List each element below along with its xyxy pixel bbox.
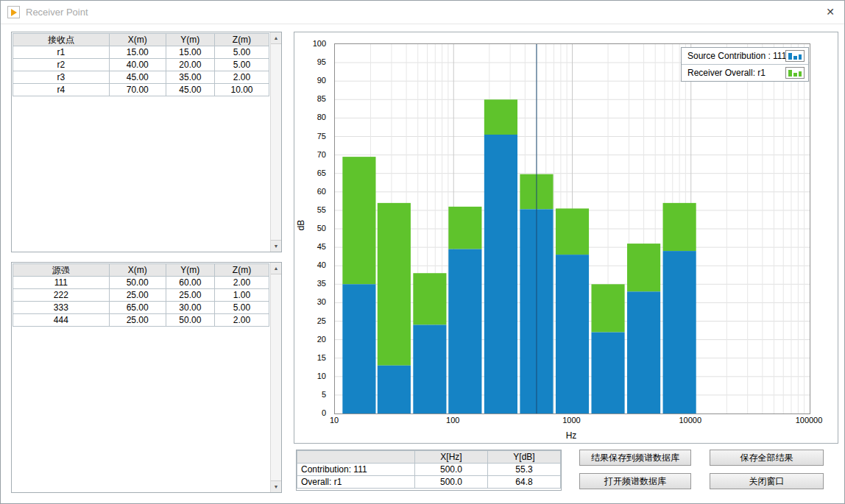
table-cell[interactable]: 2.00 xyxy=(214,314,269,327)
table-cell[interactable]: 25.00 xyxy=(109,289,166,302)
y-tick-label: 75 xyxy=(295,132,326,141)
table-cell[interactable]: 20.00 xyxy=(166,59,214,71)
labview-icon xyxy=(7,6,20,18)
x-tick-label: 100 xyxy=(431,416,475,425)
window-title: Receiver Point xyxy=(26,7,88,18)
y-tick-label: 100 xyxy=(295,39,326,49)
table-cell[interactable]: 40.00 xyxy=(109,59,166,71)
table-cell[interactable]: 222 xyxy=(13,289,110,302)
y-tick-label: 40 xyxy=(295,260,326,270)
scroll-up-icon[interactable]: ▲ xyxy=(271,263,281,274)
table-cell[interactable]: 25.00 xyxy=(109,314,166,327)
table-cell[interactable]: 5.00 xyxy=(214,46,269,59)
table-cell[interactable]: 25.00 xyxy=(166,289,214,302)
table-cell[interactable]: r2 xyxy=(13,59,110,71)
y-tick-label: 85 xyxy=(295,94,326,104)
table-cell[interactable]: 65.00 xyxy=(109,302,166,314)
x-tick-label: 10000 xyxy=(668,416,713,425)
table-cell[interactable]: r3 xyxy=(13,71,110,84)
table-cell[interactable]: 2.00 xyxy=(214,71,269,84)
table-cell[interactable]: 45.00 xyxy=(166,84,214,96)
table-cell[interactable]: 15.00 xyxy=(109,46,166,59)
legend-bar-swatch-icon xyxy=(785,50,805,62)
x-tick-label: 100000 xyxy=(787,416,831,425)
legend-item-contribution[interactable]: Source Contribution : 111 xyxy=(682,48,808,64)
scroll-down-icon[interactable]: ▼ xyxy=(271,240,281,252)
table-cell[interactable]: 64.8 xyxy=(488,476,561,489)
open-spectrum-db-button[interactable]: 打开频谱数据库 xyxy=(579,473,691,489)
table-cell[interactable]: 111 xyxy=(13,277,110,289)
legend-label: Source Contribution : 111 xyxy=(687,51,786,61)
table-row[interactable]: r240.0020.005.00 xyxy=(13,59,269,71)
table-row[interactable]: 44425.0050.002.00 xyxy=(13,314,269,327)
table-cell[interactable]: 30.00 xyxy=(166,302,214,314)
table-cell[interactable]: 50.00 xyxy=(166,314,214,327)
y-tick-label: 25 xyxy=(295,316,326,326)
close-icon[interactable]: ✕ xyxy=(826,6,835,18)
legend-item-overall[interactable]: Receiver Overall: r1 xyxy=(682,64,808,81)
save-all-results-button[interactable]: 保存全部结果 xyxy=(710,450,824,466)
table-cell[interactable]: 15.00 xyxy=(166,46,214,59)
table-cell[interactable]: r4 xyxy=(13,84,110,96)
table-cell[interactable]: 45.00 xyxy=(109,71,166,84)
x-axis-label: Hz xyxy=(556,430,586,441)
data-grid: 源强X(m)Y(m)Z(m)11150.0060.002.0022225.002… xyxy=(13,263,269,327)
table-cell[interactable]: Contribution: 111 xyxy=(297,464,415,476)
y-tick-label: 10 xyxy=(295,372,326,381)
table-cell[interactable]: 10.00 xyxy=(214,84,269,96)
y-tick-label: 30 xyxy=(295,297,326,307)
y-tick-label: 20 xyxy=(295,335,326,344)
scroll-up-icon[interactable]: ▲ xyxy=(271,32,281,44)
table-row[interactable]: Contribution: 111500.055.3 xyxy=(297,464,561,476)
readout-grid: X[Hz]Y[dB]Contribution: 111500.055.3Over… xyxy=(297,450,561,489)
x-tick-label: 10 xyxy=(312,416,356,425)
table-cell[interactable]: 70.00 xyxy=(109,84,166,96)
table-row[interactable]: 22225.0025.001.00 xyxy=(13,289,269,302)
y-tick-label: 15 xyxy=(295,353,326,363)
column-header: Y[dB] xyxy=(488,451,561,464)
y-tick-label: 90 xyxy=(295,76,326,85)
legend-label: Receiver Overall: r1 xyxy=(687,68,766,78)
table-cell[interactable]: 60.00 xyxy=(166,277,214,289)
receiver-table-scrollbar[interactable]: ▲ ▼ xyxy=(270,32,281,252)
receiver-point-window: Receiver Point ✕ 接收点X(m)Y(m)Z(m)r115.001… xyxy=(0,0,845,504)
y-tick-label: 45 xyxy=(295,242,326,252)
column-header: X[Hz] xyxy=(415,451,488,464)
table-row[interactable]: r115.0015.005.00 xyxy=(13,46,269,59)
table-cell[interactable]: 5.00 xyxy=(214,302,269,314)
table-row[interactable]: Overall: r1500.064.8 xyxy=(297,476,561,489)
table-cell[interactable]: 55.3 xyxy=(488,464,561,476)
cursor-readout-table: X[Hz]Y[dB]Contribution: 111500.055.3Over… xyxy=(296,450,562,491)
save-to-spectrum-db-button[interactable]: 结果保存到频谱数据库 xyxy=(579,450,691,466)
column-header: 接收点 xyxy=(13,34,110,46)
table-cell[interactable]: 50.00 xyxy=(109,277,166,289)
close-window-button[interactable]: 关闭窗口 xyxy=(710,473,824,489)
table-cell[interactable]: 1.00 xyxy=(214,289,269,302)
table-cell[interactable]: 500.0 xyxy=(415,464,488,476)
column-header: X(m) xyxy=(109,34,166,46)
plot-area[interactable] xyxy=(334,43,810,414)
table-cell[interactable]: r1 xyxy=(13,46,110,59)
receiver-table: 接收点X(m)Y(m)Z(m)r115.0015.005.00r240.0020… xyxy=(11,32,282,252)
table-cell[interactable]: 444 xyxy=(13,314,110,327)
table-cell[interactable]: 35.00 xyxy=(166,71,214,84)
y-tick-label: 60 xyxy=(295,187,326,196)
column-header: X(m) xyxy=(109,264,166,277)
table-cell[interactable]: 2.00 xyxy=(214,277,269,289)
title-bar: Receiver Point ✕ xyxy=(1,1,844,24)
y-tick-label: 55 xyxy=(295,205,326,215)
table-row[interactable]: 33365.0030.005.00 xyxy=(13,302,269,314)
legend-bar-swatch-icon xyxy=(785,67,805,79)
table-cell[interactable]: Overall: r1 xyxy=(297,476,415,489)
table-row[interactable]: r470.0045.0010.00 xyxy=(13,84,269,96)
table-cell[interactable]: 500.0 xyxy=(415,476,488,489)
table-row[interactable]: 11150.0060.002.00 xyxy=(13,277,269,289)
column-header: Z(m) xyxy=(214,264,269,277)
table-cell[interactable]: 5.00 xyxy=(214,59,269,71)
scroll-down-icon[interactable]: ▼ xyxy=(271,480,281,492)
table-row[interactable]: r345.0035.002.00 xyxy=(13,71,269,84)
chart-panel: 0510152025303540455055606570758085909510… xyxy=(294,32,838,444)
labview-arrow-icon xyxy=(11,9,17,16)
table-cell[interactable]: 333 xyxy=(13,302,110,314)
source-table-scrollbar[interactable]: ▲ ▼ xyxy=(270,263,281,492)
